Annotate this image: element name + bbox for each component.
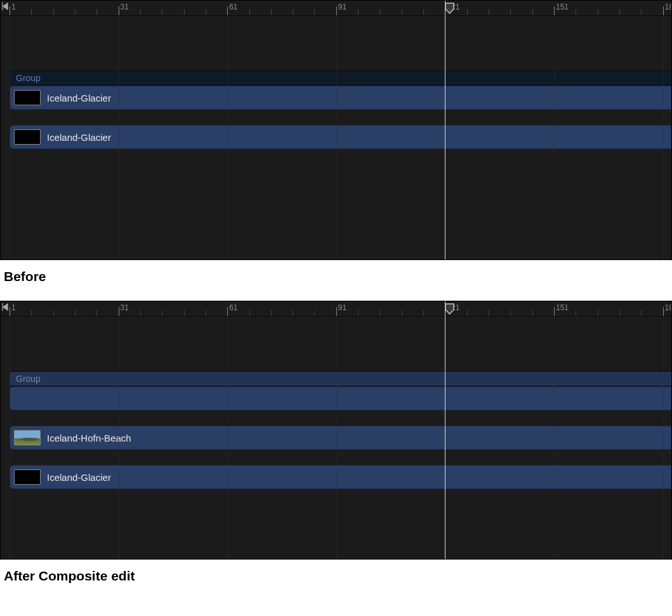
grid-line [554, 317, 555, 559]
ruler-tick-label: 31 [121, 3, 129, 11]
grid-line [227, 317, 228, 559]
ruler-tick-major [336, 307, 337, 316]
ruler-tick-minor [206, 310, 206, 316]
clip[interactable]: Iceland-Glacier [10, 125, 671, 149]
ruler-tick-minor [293, 310, 293, 316]
clip-thumbnail [14, 469, 41, 485]
grid-line [10, 317, 10, 559]
ruler-tick-label: 61 [229, 3, 237, 11]
ruler-tick-minor [31, 310, 32, 316]
group-label: Group [16, 73, 41, 83]
ruler-tick-minor [467, 310, 468, 316]
caption-before: Before [0, 260, 672, 301]
playhead-handle[interactable] [445, 303, 454, 315]
grid-line [119, 16, 119, 259]
ruler-tick-label: 31 [121, 303, 129, 312]
ruler-tick-minor [184, 310, 185, 316]
ruler-tick-minor [423, 10, 424, 15]
clip-label: Iceland-Glacier [47, 472, 111, 483]
ruler-tick-minor [641, 310, 642, 316]
grid-line [227, 16, 228, 259]
ruler-tick-label: 151 [556, 3, 569, 11]
ruler-tick-minor [379, 310, 380, 316]
ruler-tick-label: 1 [11, 303, 16, 312]
ruler-tick-major [10, 6, 10, 15]
ruler-tick-label: 151 [556, 303, 569, 312]
playhead[interactable] [445, 1, 445, 259]
ruler-tick-minor [358, 10, 359, 15]
ruler-tick-minor [510, 10, 511, 15]
ruler-tick-minor [314, 10, 315, 15]
timeline-before[interactable]: 1316191121151181 Group Iceland-Glacier I… [0, 0, 672, 260]
ruler-tick-major [227, 6, 228, 15]
clip-thumbnail [14, 430, 41, 445]
ruler-tick-label: 1 [11, 3, 16, 11]
ruler-tick-minor [619, 10, 620, 15]
grid-line [663, 317, 664, 559]
ruler-tick-major [10, 307, 10, 316]
ruler-tick-minor [532, 10, 533, 15]
ruler-tick-minor [598, 10, 598, 15]
ruler-tick-minor [489, 310, 489, 316]
ruler-tick-major [336, 6, 337, 15]
ruler-tick-minor [271, 10, 272, 15]
ruler-tick-minor [489, 10, 489, 15]
ruler-tick-minor [358, 310, 359, 316]
ruler-tick-major [663, 307, 664, 316]
clip-label: Iceland-Glacier [47, 93, 111, 103]
clip-blank[interactable] [10, 386, 671, 410]
ruler-tick-label: 61 [229, 303, 237, 312]
ruler-tick-minor [532, 310, 533, 316]
caption-after: After Composite edit [0, 560, 672, 600]
ruler-tick-major [119, 6, 119, 15]
ruler-tick-minor [75, 10, 76, 15]
go-to-start-icon[interactable] [2, 303, 8, 311]
timeline-after[interactable]: 1316191121151181 Group Iceland-Hofn-Beac… [0, 301, 672, 560]
ruler-tick-minor [271, 310, 272, 316]
ruler-tick-minor [162, 10, 162, 15]
clip[interactable]: Iceland-Glacier [10, 465, 671, 489]
ruler-tick-minor [53, 10, 54, 15]
ruler-tick-minor [249, 310, 250, 316]
ruler-tick-minor [314, 310, 315, 316]
ruler-tick-minor [510, 310, 511, 316]
grid-line [119, 317, 119, 559]
ruler-tick-minor [619, 310, 620, 316]
playhead-handle[interactable] [445, 3, 454, 14]
ruler-tick-major [227, 307, 228, 316]
ruler[interactable]: 1316191121151181 [1, 301, 671, 317]
group-header[interactable]: Group [10, 371, 671, 386]
ruler-tick-label: 181 [665, 303, 672, 312]
ruler-tick-major [663, 6, 664, 15]
ruler-tick-minor [293, 10, 293, 15]
grid-line [336, 16, 337, 259]
ruler-tick-minor [576, 310, 576, 316]
clip-label: Iceland-Glacier [47, 132, 111, 143]
ruler-tick-major [554, 307, 555, 316]
ruler-tick-minor [184, 10, 185, 15]
grid-line [336, 317, 337, 559]
ruler-tick-minor [402, 310, 402, 316]
ruler-tick-minor [75, 310, 76, 316]
ruler-tick-minor [467, 10, 468, 15]
ruler-tick-minor [576, 10, 576, 15]
grid-line [10, 16, 10, 259]
ruler-tick-minor [598, 310, 598, 316]
go-to-start-icon[interactable] [2, 2, 8, 11]
playhead[interactable] [445, 301, 445, 559]
clip[interactable]: Iceland-Glacier [10, 86, 671, 110]
ruler-tick-minor [402, 10, 402, 15]
ruler-tick-minor [53, 310, 54, 316]
ruler-tick-minor [140, 310, 141, 316]
ruler-tick-minor [162, 310, 162, 316]
ruler-tick-minor [641, 10, 642, 15]
ruler[interactable]: 1316191121151181 [1, 1, 671, 16]
ruler-tick-minor [96, 10, 97, 15]
group-header[interactable]: Group [10, 70, 671, 86]
ruler-tick-major [554, 6, 555, 15]
clip[interactable]: Iceland-Hofn-Beach [10, 426, 671, 450]
clip-thumbnail [14, 129, 41, 145]
ruler-tick-label: 91 [338, 3, 346, 11]
group-label: Group [16, 374, 41, 384]
grid-line [663, 16, 664, 259]
